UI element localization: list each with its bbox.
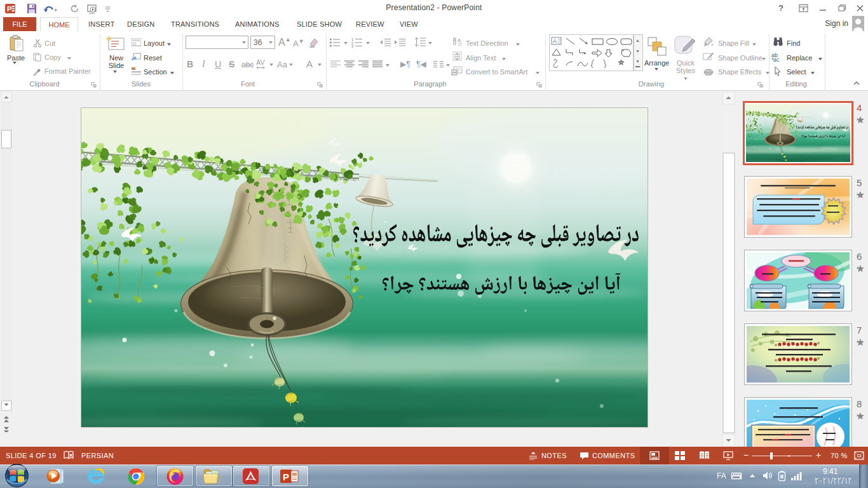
svg-text:A: A bbox=[553, 38, 557, 44]
svg-text:3: 3 bbox=[351, 44, 353, 48]
svg-text:?: ? bbox=[778, 4, 783, 13]
svg-text:ac: ac bbox=[773, 57, 780, 62]
svg-text:P: P bbox=[283, 471, 289, 482]
svg-text:A: A bbox=[458, 37, 461, 43]
